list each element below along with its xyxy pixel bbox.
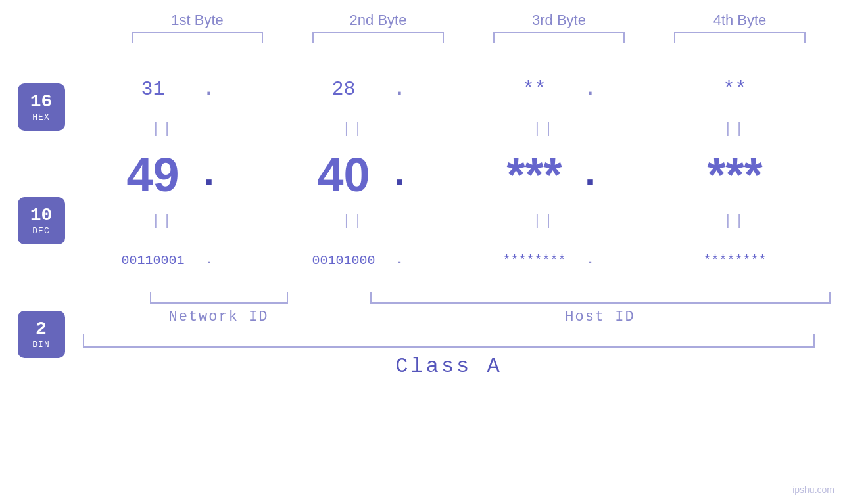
bin-cell-1: 00110001 . bbox=[91, 253, 235, 268]
byte-headers: 1st Byte 2nd Byte 3rd Byte 4th Byte bbox=[107, 0, 831, 29]
network-id-label: Network ID bbox=[168, 309, 268, 325]
hex-cell-2: 28 . bbox=[281, 78, 426, 101]
badge-dec: 10 DEC bbox=[18, 197, 65, 244]
dec-value-4: *** bbox=[689, 148, 781, 202]
hex-dot-3: . bbox=[581, 80, 600, 99]
dec-dot-2: . bbox=[390, 155, 410, 195]
badge-bin-number: 2 bbox=[36, 319, 47, 340]
dec-row: 49 . 40 . *** . *** bbox=[68, 142, 831, 208]
dec-cell-4: *** bbox=[663, 148, 808, 202]
dec-cell-2: 40 . bbox=[281, 148, 426, 202]
bracket-3 bbox=[493, 32, 625, 43]
badge-hex-label: HEX bbox=[32, 112, 49, 122]
dec-dot-1: . bbox=[199, 155, 219, 195]
network-id-block: Network ID bbox=[68, 292, 370, 325]
hex-dot-1: . bbox=[199, 80, 219, 99]
badge-bin: 2 BIN bbox=[18, 311, 65, 358]
equals-row-2: || || || || bbox=[68, 208, 831, 234]
equals-7: || bbox=[472, 213, 617, 229]
badge-dec-number: 10 bbox=[30, 206, 53, 226]
hex-cell-4: ** bbox=[663, 78, 808, 101]
data-grid: 31 . 28 . ** . ** || || || bbox=[68, 63, 831, 378]
hex-cell-3: ** . bbox=[472, 78, 617, 101]
main-container: 1st Byte 2nd Byte 3rd Byte 4th Byte 16 H… bbox=[0, 0, 845, 504]
byte-header-2: 2nd Byte bbox=[306, 12, 450, 29]
hex-row: 31 . 28 . ** . ** bbox=[68, 63, 831, 116]
equals-2: || bbox=[281, 121, 426, 137]
badge-hex: 16 HEX bbox=[18, 83, 65, 131]
host-bracket bbox=[370, 292, 831, 304]
equals-row-1: || || || || bbox=[68, 116, 831, 142]
bin-cell-2: 00101000 . bbox=[281, 253, 426, 268]
badges-column: 16 HEX 10 DEC 2 BIN bbox=[15, 50, 68, 392]
dec-cell-1: 49 . bbox=[91, 148, 235, 202]
badge-bin-label: BIN bbox=[32, 340, 49, 350]
content-area: 16 HEX 10 DEC 2 BIN 31 . 28 bbox=[15, 50, 831, 392]
dec-value-1: 49 bbox=[107, 148, 199, 202]
byte-header-4: 4th Byte bbox=[667, 12, 812, 29]
badge-dec-label: DEC bbox=[32, 226, 49, 236]
bin-dot-2: . bbox=[390, 253, 410, 267]
dec-value-3: *** bbox=[489, 148, 581, 202]
dec-dot-3: . bbox=[581, 155, 600, 195]
equals-6: || bbox=[281, 213, 426, 229]
class-bracket bbox=[83, 334, 815, 348]
bracket-2 bbox=[312, 32, 444, 43]
bin-value-1: 00110001 bbox=[107, 253, 199, 268]
bin-value-2: 00101000 bbox=[298, 253, 390, 268]
bin-row: 00110001 . 00101000 . ******** . *******… bbox=[68, 234, 831, 286]
byte-header-3: 3rd Byte bbox=[487, 12, 631, 29]
class-label: Class A bbox=[395, 354, 502, 378]
equals-3: || bbox=[472, 121, 617, 137]
bin-cell-3: ******** . bbox=[472, 253, 617, 268]
bin-dot-3: . bbox=[581, 253, 600, 267]
bin-value-4: ******** bbox=[689, 253, 781, 268]
host-id-label: Host ID bbox=[565, 309, 635, 325]
host-id-block: Host ID bbox=[370, 292, 831, 325]
bin-dot-1: . bbox=[199, 253, 219, 267]
equals-1: || bbox=[91, 121, 235, 137]
hex-value-2: 28 bbox=[298, 78, 390, 101]
dec-value-2: 40 bbox=[298, 148, 390, 202]
equals-4: || bbox=[663, 121, 808, 137]
byte-header-1: 1st Byte bbox=[125, 12, 270, 29]
hex-value-4: ** bbox=[689, 78, 781, 101]
hex-dot-2: . bbox=[390, 80, 410, 99]
dec-cell-3: *** . bbox=[472, 148, 617, 202]
bracket-4 bbox=[674, 32, 806, 43]
equals-8: || bbox=[663, 213, 808, 229]
bracket-1 bbox=[132, 32, 263, 43]
watermark: ipshu.com bbox=[792, 484, 834, 495]
badge-hex-number: 16 bbox=[30, 92, 53, 112]
hex-value-3: ** bbox=[489, 78, 581, 101]
bin-value-3: ******** bbox=[489, 253, 581, 268]
hex-value-1: 31 bbox=[107, 78, 199, 101]
hex-cell-1: 31 . bbox=[91, 78, 235, 101]
bin-cell-4: ******** bbox=[663, 253, 808, 268]
top-brackets bbox=[107, 32, 831, 43]
class-block: Class A bbox=[68, 334, 831, 378]
equals-5: || bbox=[91, 213, 235, 229]
network-bracket bbox=[150, 292, 288, 304]
id-labels-row: Network ID Host ID bbox=[68, 292, 831, 325]
